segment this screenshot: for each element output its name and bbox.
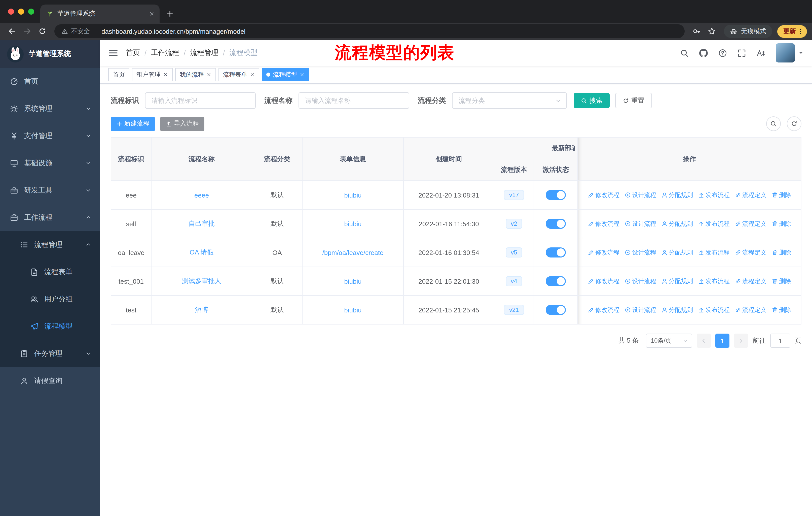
process-category-select[interactable]: 流程分类 (452, 92, 567, 109)
action-edit[interactable]: 修改流程 (588, 248, 619, 257)
active-status-toggle[interactable] (546, 247, 566, 257)
action-definition[interactable]: 流程定义 (735, 248, 766, 257)
action-publish[interactable]: 发布流程 (698, 277, 730, 286)
action-publish[interactable]: 发布流程 (698, 191, 730, 199)
sidebar-item-用户分组[interactable]: 用户分组 (0, 286, 100, 313)
tag-view-租户管理[interactable]: 租户管理 (132, 68, 173, 81)
tag-view-流程表单[interactable]: 流程表单 (219, 68, 259, 81)
browser-back-button[interactable] (5, 24, 19, 38)
sidebar-item-研发工具[interactable]: 研发工具 (0, 177, 100, 204)
action-publish[interactable]: 发布流程 (698, 248, 730, 257)
create-process-button[interactable]: 新建流程 (111, 117, 155, 131)
import-process-button[interactable]: 导入流程 (160, 117, 204, 131)
fullscreen-button[interactable] (737, 49, 746, 57)
user-menu[interactable] (776, 43, 804, 62)
tag-view-我的流程[interactable]: 我的流程 (175, 68, 216, 81)
header-search-button[interactable] (680, 49, 689, 57)
action-design[interactable]: 设计流程 (625, 306, 656, 314)
password-key-button[interactable] (690, 24, 704, 38)
process-key-input[interactable] (145, 92, 256, 109)
sidebar-toggle-button[interactable] (108, 48, 118, 58)
process-name-link[interactable]: OA 请假 (190, 248, 213, 256)
window-close-button[interactable] (8, 8, 14, 15)
current-page-button[interactable]: 1 (715, 333, 729, 348)
breadcrumb-item[interactable]: 流程管理 (190, 48, 219, 57)
reset-button[interactable]: 重置 (615, 93, 652, 108)
browser-update-button[interactable]: 更新 (777, 25, 807, 37)
action-definition[interactable]: 流程定义 (735, 191, 766, 199)
breadcrumb-item[interactable]: 工作流程 (151, 48, 179, 57)
tag-view-流程模型[interactable]: 流程模型 (262, 68, 309, 81)
action-assign-user[interactable]: 分配规则 (661, 306, 693, 314)
sidebar-item-系统管理[interactable]: 系统管理 (0, 95, 100, 123)
action-design[interactable]: 设计流程 (625, 277, 656, 286)
action-assign-user[interactable]: 分配规则 (661, 191, 693, 199)
toggle-search-button[interactable] (766, 116, 781, 131)
action-edit[interactable]: 修改流程 (588, 191, 619, 199)
active-status-toggle[interactable] (546, 190, 566, 200)
tag-close-icon[interactable] (163, 72, 168, 77)
tag-view-首页[interactable]: 首页 (108, 68, 129, 81)
action-assign-user[interactable]: 分配规则 (661, 277, 693, 286)
form-info-link[interactable]: /bpm/oa/leave/create (322, 249, 384, 256)
form-info-link[interactable]: biubiu (344, 306, 361, 314)
bookmark-star-button[interactable] (705, 24, 719, 38)
action-edit[interactable]: 修改流程 (588, 277, 619, 286)
action-definition[interactable]: 流程定义 (735, 277, 766, 286)
window-minimize-button[interactable] (18, 8, 24, 15)
action-definition[interactable]: 流程定义 (735, 306, 766, 314)
action-delete[interactable]: 删除 (772, 277, 791, 286)
process-name-link[interactable]: 自己审批 (188, 220, 215, 227)
sidebar-logo[interactable]: 芋道管理系统 (0, 40, 100, 68)
prev-page-button[interactable] (697, 333, 711, 348)
tag-close-icon[interactable] (250, 72, 255, 77)
new-tab-button[interactable] (163, 6, 177, 21)
goto-page-input[interactable] (770, 333, 790, 348)
tab-close-icon[interactable] (149, 11, 154, 17)
action-design[interactable]: 设计流程 (625, 219, 656, 228)
sidebar-item-首页[interactable]: 首页 (0, 68, 100, 95)
action-delete[interactable]: 删除 (772, 248, 791, 257)
address-bar[interactable]: 不安全 dashboard.yudao.iocoder.cn/bpm/manag… (54, 24, 685, 38)
action-assign-user[interactable]: 分配规则 (661, 248, 693, 257)
active-status-toggle[interactable] (546, 305, 566, 315)
action-edit[interactable]: 修改流程 (588, 306, 619, 314)
sidebar-item-流程管理[interactable]: 流程管理 (0, 231, 100, 259)
refresh-table-button[interactable] (787, 116, 802, 131)
sidebar-item-请假查询[interactable]: 请假查询 (0, 368, 100, 395)
action-publish[interactable]: 发布流程 (698, 306, 730, 314)
next-page-button[interactable] (734, 333, 748, 348)
sidebar-item-支付管理[interactable]: 支付管理 (0, 123, 100, 150)
action-definition[interactable]: 流程定义 (735, 219, 766, 228)
action-delete[interactable]: 删除 (772, 191, 791, 199)
sidebar-item-流程模型[interactable]: 流程模型 (0, 313, 100, 340)
action-delete[interactable]: 删除 (772, 219, 791, 228)
font-size-button[interactable] (757, 49, 765, 57)
process-name-input[interactable] (298, 92, 409, 109)
form-info-link[interactable]: biubiu (344, 220, 361, 227)
security-status[interactable]: 不安全 (61, 27, 90, 35)
process-name-link[interactable]: 测试多审批人 (182, 277, 221, 285)
window-maximize-button[interactable] (28, 8, 34, 15)
browser-forward-button[interactable] (20, 24, 34, 38)
form-info-link[interactable]: biubiu (344, 191, 361, 199)
action-design[interactable]: 设计流程 (625, 248, 656, 257)
active-status-toggle[interactable] (546, 276, 566, 286)
action-edit[interactable]: 修改流程 (588, 219, 619, 228)
search-button[interactable]: 搜索 (574, 93, 610, 108)
github-link[interactable] (699, 49, 708, 57)
tag-close-icon[interactable] (206, 72, 211, 77)
sidebar-item-流程表单[interactable]: 流程表单 (0, 259, 100, 286)
action-design[interactable]: 设计流程 (625, 191, 656, 199)
action-publish[interactable]: 发布流程 (698, 219, 730, 228)
tag-close-icon[interactable] (299, 72, 304, 77)
sidebar-item-工作流程[interactable]: 工作流程 (0, 204, 100, 231)
active-status-toggle[interactable] (546, 219, 566, 229)
process-name-link[interactable]: 滔博 (195, 306, 208, 314)
browser-tab[interactable]: 芋道管理系统 (40, 4, 160, 23)
form-info-link[interactable]: biubiu (344, 277, 361, 285)
sidebar-item-基础设施[interactable]: 基础设施 (0, 150, 100, 177)
breadcrumb-item[interactable]: 首页 (126, 48, 140, 57)
browser-reload-button[interactable] (35, 24, 49, 38)
action-assign-user[interactable]: 分配规则 (661, 219, 693, 228)
